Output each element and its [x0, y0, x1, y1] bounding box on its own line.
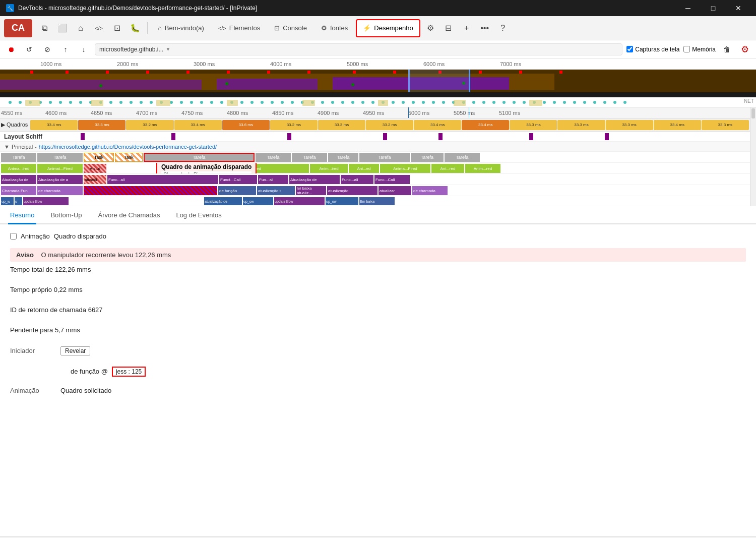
- frame-cell: 33.4 ms: [414, 120, 461, 130]
- memory-checkbox-label[interactable]: Memória: [683, 46, 716, 53]
- svg-point-66: [392, 101, 395, 104]
- minimize-button[interactable]: ─: [676, 0, 700, 16]
- elements-button[interactable]: </>: [91, 20, 107, 36]
- svg-rect-5: [217, 79, 318, 90]
- tab-resumo[interactable]: Resumo: [8, 207, 36, 224]
- perf-settings-button[interactable]: ⚙: [738, 42, 752, 56]
- net-label: NET: [744, 98, 754, 104]
- anim-fired-6: Anima...Fired: [380, 164, 430, 173]
- right-scrollbar[interactable]: [750, 107, 756, 206]
- animation2-label: Animação: [10, 387, 60, 394]
- screenshot-checkbox-label[interactable]: Capturas de tela: [626, 46, 679, 53]
- frame-cell: 33.4 ms: [462, 120, 509, 130]
- frame-cell: 33.3 ms: [510, 120, 557, 130]
- sources-button[interactable]: 🐛: [127, 20, 143, 36]
- frame-cell: 33.2 ms: [366, 120, 413, 130]
- animation2-row: Animação Quadro solicitado: [10, 387, 746, 399]
- close-button[interactable]: ✕: [727, 0, 750, 16]
- tab-fontes[interactable]: ⚙ fontes: [315, 19, 354, 37]
- svg-rect-8: [66, 71, 69, 74]
- revelar-button[interactable]: Revelar: [60, 346, 90, 355]
- split-view-button[interactable]: ⬜: [54, 20, 71, 36]
- anim-fired-7: Ani...red: [431, 164, 464, 173]
- home-button[interactable]: ⌂: [73, 20, 89, 36]
- tick-4850: 4850 ms: [272, 110, 293, 116]
- console-tab-button[interactable]: ⊡: [109, 20, 125, 36]
- tick-4800: 4800 ms: [227, 110, 248, 116]
- tab-arvore[interactable]: Árvore de Chamadas: [96, 207, 162, 224]
- new-window-button[interactable]: ⊟: [440, 20, 457, 36]
- clear-button[interactable]: 🗑: [720, 42, 734, 56]
- ca-badge: CA: [4, 19, 32, 37]
- spacer-2: [10, 302, 746, 306]
- frame-cell: 33.2 ms: [270, 120, 318, 130]
- frame-cell: 33.3 ms: [318, 120, 365, 130]
- svg-rect-18: [479, 71, 482, 74]
- tick-1000: 1000 ms: [40, 61, 61, 67]
- tick-4750: 4750 ms: [181, 110, 203, 116]
- svg-point-47: [200, 101, 203, 104]
- maximize-button[interactable]: □: [702, 0, 725, 16]
- sub-cell-2: de chamada: [37, 186, 83, 195]
- stop-button[interactable]: ⊘: [40, 42, 54, 56]
- upload-button[interactable]: ↑: [58, 42, 73, 56]
- tab-bottomup[interactable]: Bottom-Up: [48, 207, 84, 224]
- frame-cell: 33.3 ms: [78, 120, 125, 130]
- update-cell-4: Func...all: [107, 175, 218, 184]
- add-tab-button[interactable]: +: [459, 20, 475, 36]
- sub-cell-striped: [84, 186, 217, 195]
- tab-switch-button[interactable]: ⧉: [36, 20, 52, 36]
- window-controls: ─ □ ✕: [676, 0, 750, 16]
- tick-6000: 6000 ms: [423, 61, 445, 67]
- function-value-box: jess : 125: [112, 367, 146, 377]
- tick-4950: 4950 ms: [363, 110, 384, 116]
- timeline-overview[interactable]: CPU: [0, 70, 756, 97]
- svg-point-63: [361, 101, 364, 104]
- screenshot-checkbox[interactable]: [626, 46, 633, 52]
- svg-rect-10: [146, 71, 149, 74]
- self-time-text: Tempo próprio 0,22 mms: [10, 286, 83, 293]
- help-button[interactable]: ?: [495, 20, 511, 36]
- tab-desempenho[interactable]: ⚡ Desempenho: [356, 19, 420, 37]
- anim-popup[interactable]: Quadro de animação disparado Chamada de …: [156, 163, 257, 174]
- svg-point-75: [482, 101, 485, 104]
- task-cell-selected[interactable]: Tarefa: [144, 153, 255, 162]
- settings-icon-button[interactable]: ⚙: [422, 20, 438, 36]
- more-options-button[interactable]: •••: [477, 20, 493, 36]
- svg-point-53: [261, 101, 264, 104]
- reload-button[interactable]: ↺: [22, 42, 36, 56]
- function-value: jess : 125: [116, 368, 142, 375]
- svg-point-64: [371, 101, 374, 104]
- svg-point-89: [623, 101, 626, 104]
- tab-bemvindo[interactable]: ⌂ Bem-vindo(a): [152, 19, 210, 37]
- memory-checkbox[interactable]: [683, 46, 690, 52]
- download-button[interactable]: ↓: [77, 42, 91, 56]
- svg-point-22: [225, 82, 228, 85]
- update-cell-1: Atualização de: [1, 175, 36, 184]
- spacer-4: [10, 342, 746, 346]
- svg-point-41: [140, 101, 143, 104]
- svg-point-78: [513, 101, 516, 104]
- frames-label: ▶ Quadros: [1, 122, 28, 128]
- svg-point-67: [402, 101, 405, 104]
- update-cell-7: Atualização de: [289, 175, 340, 184]
- initiator-row: Iniciador Revelar: [10, 346, 746, 358]
- title-bar: 🔧 DevTools - microsoftedge.github.io/Dem…: [0, 0, 756, 16]
- tab-elementos[interactable]: </> Elementos: [212, 19, 266, 37]
- update-cell-3: afizatill: [84, 175, 106, 184]
- svg-point-49: [220, 101, 223, 104]
- scroll-thumb[interactable]: [751, 108, 755, 118]
- cursor-line-1: [408, 107, 409, 118]
- svg-rect-14: [307, 71, 310, 74]
- warning-label: Aviso: [16, 251, 34, 259]
- frame-cell: 33.4 ms: [30, 120, 78, 130]
- tab-log[interactable]: Log de Eventos: [174, 207, 223, 224]
- tick-3000: 3000 ms: [194, 61, 215, 67]
- tab-console[interactable]: ⊡ Console: [268, 19, 313, 37]
- tick-4900: 4900 ms: [318, 110, 339, 116]
- animation2-value: Quadro solicitado: [60, 387, 111, 394]
- svg-rect-15: [353, 71, 356, 74]
- animation-checkbox[interactable]: [10, 233, 17, 240]
- record-button[interactable]: ⏺: [4, 42, 18, 56]
- sub-cell-3: de função: [218, 186, 256, 195]
